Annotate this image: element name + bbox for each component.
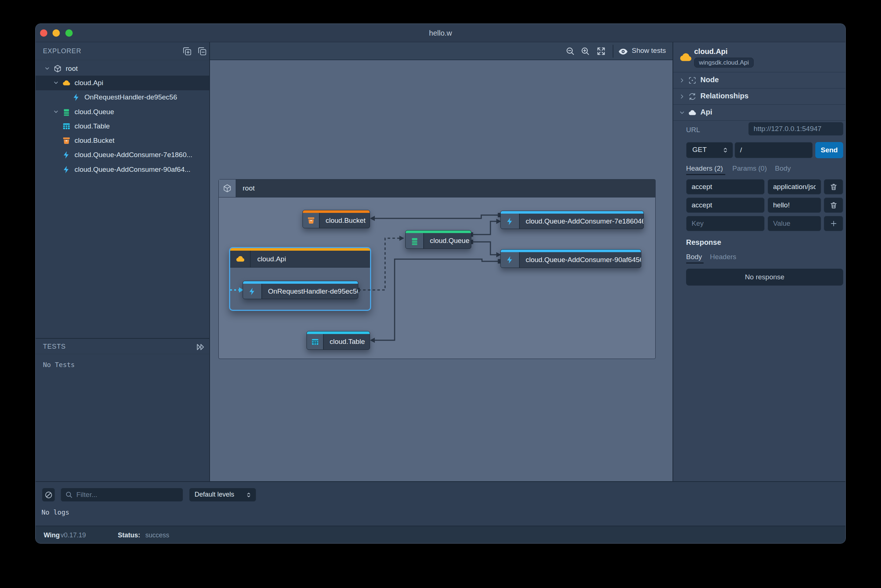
section-api[interactable]: Api: [673, 105, 846, 121]
tree-item-label: cloud.Queue-AddConsumer-90af64...: [75, 165, 191, 174]
explorer-header: EXPLORER: [36, 42, 209, 60]
new-header-key-input[interactable]: [686, 216, 765, 231]
tree-item-cloud-bucket[interactable]: cloud.Bucket: [36, 133, 209, 147]
node-color-strip: [243, 281, 358, 284]
section-node[interactable]: Node: [673, 72, 846, 88]
diagram-node-onrequesthandler[interactable]: OnRequestHandler-de95ec56: [243, 281, 358, 299]
cloud-icon: [679, 50, 693, 64]
tree-item-cloud-queue[interactable]: cloud.Queue: [36, 105, 209, 119]
map-view: Show tests root cloud.Api: [210, 42, 672, 481]
diagram-node-cloud-api[interactable]: cloud.Api: [229, 247, 371, 311]
node-label: cloud.Queue-AddConsumer-90af6456: [520, 252, 641, 268]
tree-item-onrequesthandler[interactable]: OnRequestHandler-de95ec56: [36, 90, 209, 105]
inspector-panel: cloud.Api wingsdk.cloud.Api Node Relatio…: [672, 42, 846, 481]
run-all-tests-icon[interactable]: [196, 342, 206, 352]
bolt-icon: [62, 150, 71, 159]
tree-item-label: cloud.Table: [75, 122, 110, 130]
diagram-node-cloud-table[interactable]: cloud.Table: [306, 331, 370, 350]
node-color-strip: [307, 332, 370, 334]
new-header-value-input[interactable]: [768, 216, 821, 231]
tree-item-root[interactable]: root: [36, 61, 209, 76]
zoom-out-icon[interactable]: [565, 46, 575, 56]
tree-item-label: cloud.Queue-AddConsumer-7e1860...: [75, 151, 192, 159]
header-value-input[interactable]: [768, 198, 821, 213]
response-title: Response: [686, 238, 721, 247]
logs-empty-text: No logs: [42, 508, 69, 516]
collapse-all-icon[interactable]: [197, 46, 207, 56]
show-tests-toggle[interactable]: Show tests: [632, 46, 666, 55]
app-window: hello.w EXPLORER root: [35, 24, 846, 544]
cube-icon: [219, 180, 236, 197]
fit-to-screen-icon[interactable]: [596, 46, 606, 56]
explorer-title: EXPLORER: [43, 47, 81, 55]
response-empty-box: No response: [686, 268, 843, 285]
header-value-input[interactable]: [768, 179, 821, 195]
bolt-icon: [501, 252, 520, 268]
chevron-down-icon[interactable]: [43, 65, 51, 72]
toolbar-divider: [613, 45, 613, 58]
root-container-header: root: [219, 180, 655, 198]
api-node-label: cloud.Api: [251, 251, 293, 267]
chevron-down-icon[interactable]: [52, 109, 60, 115]
canvas-toolbar: Show tests: [210, 42, 672, 60]
tab-params[interactable]: Params (0): [732, 164, 767, 172]
node-color-strip: [303, 210, 370, 213]
bolt-icon: [501, 214, 520, 229]
tree-item-cloud-api[interactable]: cloud.Api: [36, 76, 209, 90]
explorer-panel: EXPLORER root: [36, 42, 210, 481]
section-label: Api: [700, 108, 712, 116]
log-filter-input[interactable]: [60, 488, 183, 502]
status-label: Status:: [118, 531, 140, 539]
expand-all-icon[interactable]: [182, 46, 192, 56]
response-tab-headers[interactable]: Headers: [710, 253, 736, 261]
diagram-node-addconsumer-7e[interactable]: cloud.Queue-AddConsumer-7e186046: [500, 211, 644, 229]
method-value: GET: [692, 146, 707, 154]
header-key-input[interactable]: [686, 198, 765, 213]
tree-item-addconsumer-90[interactable]: cloud.Queue-AddConsumer-90af64...: [36, 162, 209, 177]
chevron-right-icon: [679, 77, 685, 84]
delete-header-button[interactable]: [824, 179, 843, 195]
chevron-right-icon: [679, 93, 685, 100]
relationships-sync-icon: [688, 92, 697, 101]
logs-section: Default levels No logs: [36, 481, 845, 526]
inspector-header: cloud.Api wingsdk.cloud.Api: [673, 42, 846, 72]
resource-tree: root cloud.Api OnRequestHandler-de95ec56: [36, 61, 209, 177]
method-select[interactable]: GET: [686, 142, 733, 158]
table-icon: [62, 122, 71, 130]
tree-item-cloud-table[interactable]: cloud.Table: [36, 119, 209, 133]
log-level-select[interactable]: Default levels: [189, 488, 256, 502]
cube-icon: [53, 64, 62, 73]
diagram-node-cloud-bucket[interactable]: cloud.Bucket: [302, 210, 370, 228]
section-relationships[interactable]: Relationships: [673, 88, 846, 105]
node-label: OnRequestHandler-de95ec56: [262, 284, 358, 299]
diagram-canvas[interactable]: root cloud.Api: [210, 60, 672, 481]
tab-headers[interactable]: Headers (2): [686, 164, 723, 172]
bolt-icon: [72, 93, 81, 102]
bucket-icon: [62, 136, 71, 145]
section-label: Relationships: [700, 92, 749, 100]
response-tab-body[interactable]: Body: [686, 253, 702, 261]
url-label: URL: [686, 126, 700, 134]
zoom-in-icon[interactable]: [580, 46, 590, 56]
api-url-value[interactable]: http://127.0.0.1:54947: [749, 122, 843, 135]
tab-body[interactable]: Body: [775, 164, 791, 172]
send-button[interactable]: Send: [815, 142, 843, 158]
delete-header-button[interactable]: [824, 198, 843, 213]
app-name: Wing: [44, 531, 60, 539]
status-bar: Wing v0.17.19 Status: success: [36, 526, 845, 544]
diagram-node-cloud-queue[interactable]: cloud.Queue: [405, 230, 471, 249]
request-path-input[interactable]: [734, 142, 813, 158]
chevron-down-icon[interactable]: [52, 80, 60, 86]
add-header-button[interactable]: [824, 216, 843, 231]
tests-header: TESTS: [36, 338, 209, 354]
diagram-node-addconsumer-90[interactable]: cloud.Queue-AddConsumer-90af6456: [500, 249, 641, 268]
bolt-icon: [62, 165, 71, 174]
header-key-input[interactable]: [686, 179, 765, 195]
clear-logs-button[interactable]: [42, 488, 55, 502]
tree-item-label: cloud.Queue: [75, 108, 114, 116]
tree-item-addconsumer-7e[interactable]: cloud.Queue-AddConsumer-7e1860...: [36, 148, 209, 162]
root-container-label: root: [243, 184, 255, 192]
title-bar: hello.w: [36, 24, 845, 42]
node-color-strip: [406, 231, 471, 233]
node-color-strip: [501, 211, 644, 214]
